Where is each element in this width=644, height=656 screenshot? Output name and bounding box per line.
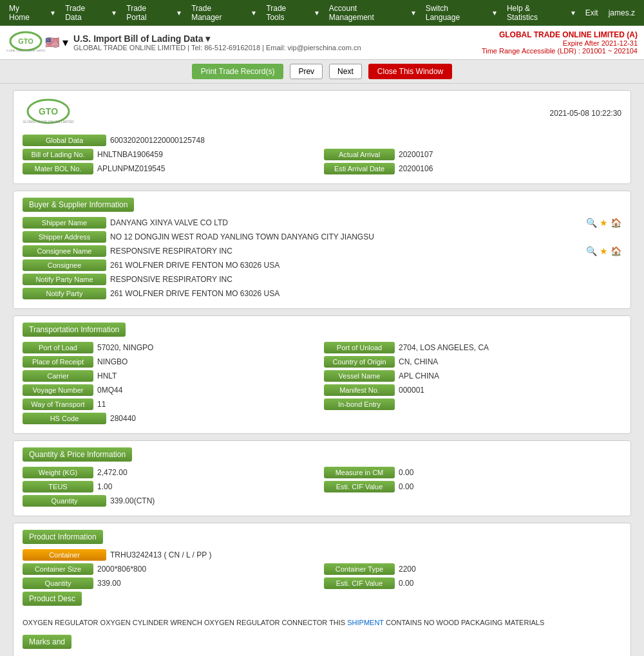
home-icon[interactable]: 🏠 xyxy=(611,218,621,228)
flag-icon: 🇺🇸 ▾ xyxy=(45,35,68,50)
buyer-supplier-card: Buyer & Supplier Information Shipper Nam… xyxy=(13,191,631,309)
teus-row: TEUS 1.00 Esti. CIF Value 0.00 xyxy=(23,481,621,492)
esti-cif-label: Esti. CIF Value xyxy=(324,481,395,492)
port-unload-label: Port of Unload xyxy=(324,342,395,353)
container-row: Container TRHU3242413 ( CN / L / PP ) xyxy=(23,549,621,561)
port-row: Port of Load 57020, NINGPO Port of Unloa… xyxy=(23,342,621,353)
weight-col: Weight (KG) 2,472.00 xyxy=(23,467,320,478)
nav-trade-manager[interactable]: Trade Manager xyxy=(187,3,245,23)
expire-info: Expire After 2021-12-31 xyxy=(482,39,638,47)
esti-arrival-value: 20200106 xyxy=(399,164,621,173)
header-title-block: U.S. Import Bill of Lading Data ▾ GLOBAL… xyxy=(73,33,482,52)
top-navigation: My Home ▾ Trade Data ▾ Trade Portal ▾ Tr… xyxy=(0,0,644,26)
bol-col: Bill of Lading No. HNLTNBA1906459 xyxy=(23,149,320,160)
vessel-value: APL CHINA xyxy=(399,371,621,380)
port-load-col: Port of Load 57020, NINGPO xyxy=(23,342,320,353)
quantity-value: 339.00(CTN) xyxy=(110,496,621,505)
way-transport-value: 11 xyxy=(97,400,320,409)
weight-label: Weight (KG) xyxy=(23,467,93,478)
hs-code-label: HS Code xyxy=(23,413,106,424)
nav-trade-tools[interactable]: Trade Tools xyxy=(262,3,308,23)
nav-separator-8: ▾ xyxy=(567,7,579,19)
manifest-col: Manifest No. 000001 xyxy=(324,384,621,396)
vessel-label: Vessel Name xyxy=(324,370,395,382)
teus-value: 1.00 xyxy=(97,482,320,491)
container-size-row: Container Size 2000*806*800 Container Ty… xyxy=(23,563,621,575)
port-load-value: 57020, NINGPO xyxy=(97,343,320,352)
nav-account-management[interactable]: Account Management xyxy=(325,3,405,23)
search-icon[interactable]: 🔍 xyxy=(586,218,597,228)
container-type-label: Container Type xyxy=(324,563,395,575)
nav-trade-data[interactable]: Trade Data xyxy=(61,3,106,23)
voyage-row: Voyage Number 0MQ44 Manifest No. 000001 xyxy=(23,384,621,396)
receipt-row: Place of Receipt NINGBO Country of Origi… xyxy=(23,356,621,368)
transportation-title: Transportation Information xyxy=(23,323,126,337)
country-origin-value: CN, CHINA xyxy=(399,357,621,366)
mater-bol-row: Mater BOL No. APLUNPMZ019545 Esti Arriva… xyxy=(23,163,621,174)
nav-separator-7: ▾ xyxy=(489,7,500,19)
voyage-value: 0MQ44 xyxy=(97,386,320,395)
header-bar: GTO GLOBAL TRADE ONLINE LIMITED 🇺🇸 ▾ U.S… xyxy=(0,26,644,60)
svg-text:GLOBAL TRADE ONLINE LIMITED: GLOBAL TRADE ONLINE LIMITED xyxy=(23,120,74,124)
weight-row: Weight (KG) 2,472.00 Measure in CM 0.00 xyxy=(23,467,621,478)
way-transport-col: Way of Transport 11 xyxy=(23,398,320,410)
shipper-name-label: Shipper Name xyxy=(23,217,106,229)
marks-section: Marks and xyxy=(23,635,621,654)
product-desc-value: OXYGEN REGULATOR OXYGEN CYLINDER WRENCH … xyxy=(23,615,621,631)
nav-separator-4: ▾ xyxy=(248,7,260,19)
esti-cif-value: 0.00 xyxy=(399,482,621,491)
measure-value: 0.00 xyxy=(399,468,621,477)
way-transport-label: Way of Transport xyxy=(23,398,93,410)
manifest-value: 000001 xyxy=(399,386,621,395)
consignee-icons: 🔍 ★ 🏠 xyxy=(586,246,621,256)
consignee-value: 261 WOLFNER DRIVE FENTON MO 63026 USA xyxy=(110,261,621,270)
username: james.z xyxy=(605,7,639,19)
product-qty-label: Quantity xyxy=(23,577,93,589)
nav-help-statistics[interactable]: Help & Statistics xyxy=(503,3,565,23)
prev-top-button[interactable]: Prev xyxy=(290,64,323,79)
notify-party-value: 261 WOLFNER DRIVE FENTON MO 63026 USA xyxy=(110,289,621,298)
place-receipt-col: Place of Receipt NINGBO xyxy=(23,356,320,368)
consignee-search-icon[interactable]: 🔍 xyxy=(586,246,597,256)
nav-trade-portal[interactable]: Trade Portal xyxy=(122,3,171,23)
shipment-link[interactable]: SHIPMENT xyxy=(347,619,384,626)
bol-value: HNLTNBA1906459 xyxy=(97,150,320,159)
port-load-label: Port of Load xyxy=(23,342,93,353)
vessel-col: Vessel Name APL CHINA xyxy=(324,370,621,382)
product-qty-col: Quantity 339.00 xyxy=(23,577,320,589)
star-icon[interactable]: ★ xyxy=(600,218,608,228)
bol-label: Bill of Lading No. xyxy=(23,149,93,160)
quantity-price-card: Quantity & Price Information Weight (KG)… xyxy=(13,440,631,516)
next-top-button[interactable]: Next xyxy=(329,64,362,79)
nav-my-home[interactable]: My Home xyxy=(5,3,44,23)
carrier-col: Carrier HNLT xyxy=(23,370,320,382)
svg-text:GLOBAL TRADE ONLINE LIMITED: GLOBAL TRADE ONLINE LIMITED xyxy=(6,49,45,52)
buyer-supplier-header: Buyer & Supplier Information xyxy=(23,198,621,217)
measure-label: Measure in CM xyxy=(324,467,395,478)
nav-separator-6: ▾ xyxy=(408,7,419,19)
consignee-home-icon[interactable]: 🏠 xyxy=(611,246,621,256)
in-bond-col: In-bond Entry xyxy=(324,398,621,410)
print-top-button[interactable]: Print Trade Record(s) xyxy=(192,64,284,79)
nav-switch-language[interactable]: Switch Language xyxy=(422,3,486,23)
nav-separator-1: ▾ xyxy=(47,7,59,19)
carrier-value: HNLT xyxy=(97,371,320,380)
teus-col: TEUS 1.00 xyxy=(23,481,320,492)
actual-arrival-value: 20200107 xyxy=(399,150,621,159)
container-label: Container xyxy=(23,549,106,561)
page-title: U.S. Import Bill of Lading Data ▾ xyxy=(73,33,482,44)
consignee-star-icon[interactable]: ★ xyxy=(600,246,608,256)
notify-party-row: Notify Party 261 WOLFNER DRIVE FENTON MO… xyxy=(23,288,621,299)
nav-exit[interactable]: Exit xyxy=(582,7,602,19)
gto-logo-svg: GTO GLOBAL TRADE ONLINE LIMITED xyxy=(6,30,45,55)
transport-row: Way of Transport 11 In-bond Entry xyxy=(23,398,621,410)
quantity-label: Quantity xyxy=(23,495,106,507)
country-origin-label: Country of Origin xyxy=(324,356,395,368)
header-subtitle: GLOBAL TRADE ONLINE LIMITED | Tel: 86-51… xyxy=(73,44,482,52)
company-name: GLOBAL TRADE ONLINE LIMITED (A) xyxy=(482,30,638,39)
close-top-button[interactable]: Close This Window xyxy=(368,64,452,79)
teus-label: TEUS xyxy=(23,481,93,492)
place-receipt-label: Place of Receipt xyxy=(23,356,93,368)
container-size-value: 2000*806*800 xyxy=(97,565,320,574)
mater-bol-col: Mater BOL No. APLUNPMZ019545 xyxy=(23,163,320,174)
